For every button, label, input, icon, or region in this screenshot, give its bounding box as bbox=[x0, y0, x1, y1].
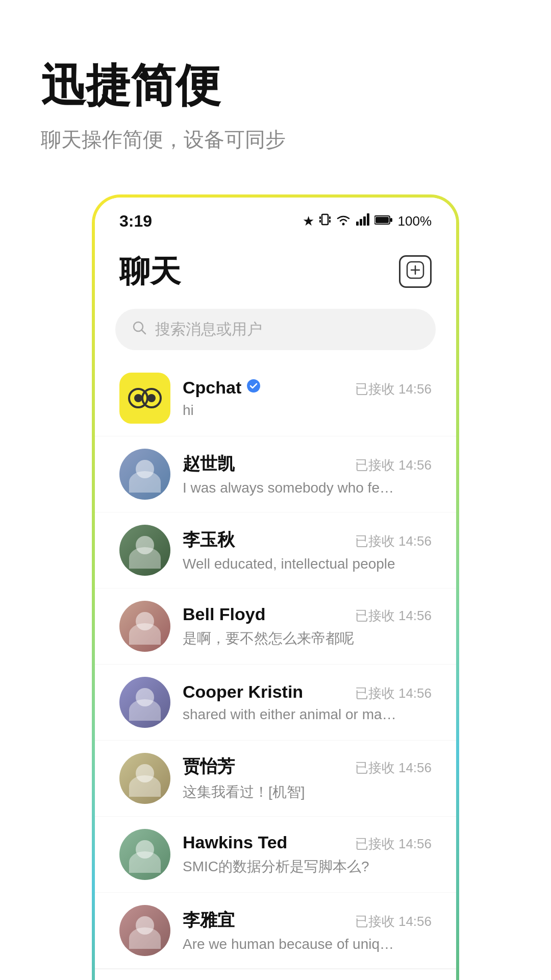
chat-preview: 是啊，要不然怎么来帝都呢 bbox=[183, 629, 397, 648]
bottom-nav: 聊天 朋友 圈子 bbox=[95, 969, 456, 980]
user-avatar bbox=[119, 829, 170, 880]
user-avatar bbox=[119, 449, 170, 500]
battery-icon bbox=[374, 213, 393, 229]
chat-item[interactable]: 李玉秋 已接收 14:56 Well educated, intellectua… bbox=[95, 512, 456, 589]
svg-rect-3 bbox=[319, 220, 321, 223]
chat-item[interactable]: Cooper Kristin 已接收 14:56 shared with eit… bbox=[95, 665, 456, 741]
chat-time: 已接收 14:56 bbox=[355, 607, 432, 625]
chat-name: Bell Floyd bbox=[183, 604, 265, 624]
svg-point-21 bbox=[147, 394, 156, 402]
chat-name: 赵世凯 bbox=[183, 452, 235, 476]
status-time: 3:19 bbox=[119, 212, 152, 231]
wifi-icon bbox=[336, 213, 351, 229]
cpchat-avatar bbox=[119, 373, 170, 424]
chat-item[interactable]: Hawkins Ted 已接收 14:56 SMIC的数据分析是写脚本么? bbox=[95, 817, 456, 893]
phone-frame: 3:19 ★ 100% 聊天 bbox=[92, 194, 459, 980]
chat-content: 李雅宜 已接收 14:56 Are we human because of un… bbox=[183, 909, 432, 952]
chat-time: 已接收 14:56 bbox=[355, 532, 432, 550]
svg-rect-7 bbox=[360, 219, 362, 226]
verified-badge bbox=[246, 379, 261, 397]
chat-name: 贾怡芳 bbox=[183, 755, 235, 778]
user-avatar bbox=[119, 525, 170, 576]
chat-content: Hawkins Ted 已接收 14:56 SMIC的数据分析是写脚本么? bbox=[183, 832, 432, 876]
chat-content: 李玉秋 已接收 14:56 Well educated, intellectua… bbox=[183, 528, 432, 572]
user-avatar bbox=[119, 753, 170, 804]
svg-rect-4 bbox=[329, 220, 331, 223]
chat-content: Bell Floyd 已接收 14:56 是啊，要不然怎么来帝都呢 bbox=[183, 604, 432, 648]
svg-point-22 bbox=[247, 379, 260, 393]
chat-time: 已接收 14:56 bbox=[355, 913, 432, 930]
chat-time: 已接收 14:56 bbox=[355, 456, 432, 474]
search-bar[interactable]: 搜索消息或用户 bbox=[115, 309, 436, 350]
chat-name: Hawkins Ted bbox=[183, 832, 287, 852]
page-subtitle: 聊天操作简便，设备可同步 bbox=[41, 125, 510, 154]
status-bar: 3:19 ★ 100% bbox=[95, 198, 456, 239]
chat-content: 贾怡芳 已接收 14:56 这集我看过！[机智] bbox=[183, 755, 432, 802]
user-avatar bbox=[119, 905, 170, 956]
chat-item[interactable]: 贾怡芳 已接收 14:56 这集我看过！[机智] bbox=[95, 741, 456, 817]
battery-percent: 100% bbox=[398, 213, 432, 229]
app-header: 聊天 bbox=[95, 239, 456, 305]
svg-rect-9 bbox=[367, 213, 369, 226]
chat-preview: hi bbox=[183, 402, 397, 419]
chat-preview: SMIC的数据分析是写脚本么? bbox=[183, 857, 397, 876]
chat-preview: 这集我看过！[机智] bbox=[183, 782, 397, 802]
svg-rect-8 bbox=[363, 216, 366, 226]
chat-content: Cpchat 已接收 14:56 hi bbox=[183, 378, 432, 419]
chat-name: Cooper Kristin bbox=[183, 682, 303, 702]
chat-content: 赵世凯 已接收 14:56 I was always somebody who … bbox=[183, 452, 432, 496]
svg-rect-0 bbox=[322, 214, 328, 225]
bluetooth-icon: ★ bbox=[303, 213, 314, 229]
svg-rect-12 bbox=[390, 218, 392, 222]
app-title: 聊天 bbox=[119, 251, 181, 292]
chat-item[interactable]: Cpchat 已接收 14:56 hi bbox=[95, 360, 456, 436]
chat-time: 已接收 14:56 bbox=[355, 380, 432, 398]
chat-name: 李雅宜 bbox=[183, 909, 235, 932]
vibrate-icon bbox=[319, 212, 331, 230]
chat-time: 已接收 14:56 bbox=[355, 684, 432, 702]
svg-point-20 bbox=[134, 394, 142, 402]
add-button[interactable] bbox=[399, 255, 432, 288]
chat-preview: I was always somebody who felt quite ... bbox=[183, 480, 397, 496]
chat-content: Cooper Kristin 已接收 14:56 shared with eit… bbox=[183, 682, 432, 723]
chat-time: 已接收 14:56 bbox=[355, 759, 432, 777]
svg-point-5 bbox=[342, 223, 344, 225]
chat-item[interactable]: Bell Floyd 已接收 14:56 是啊，要不然怎么来帝都呢 bbox=[95, 589, 456, 665]
chat-preview: shared with either animal or machine? bbox=[183, 706, 397, 723]
chat-name: 李玉秋 bbox=[183, 528, 235, 552]
chat-time: 已接收 14:56 bbox=[355, 835, 432, 853]
status-icons: ★ 100% bbox=[303, 212, 432, 230]
user-avatar bbox=[119, 677, 170, 728]
chat-item[interactable]: 赵世凯 已接收 14:56 I was always somebody who … bbox=[95, 436, 456, 512]
svg-rect-2 bbox=[329, 216, 331, 219]
svg-line-17 bbox=[142, 330, 145, 334]
svg-rect-11 bbox=[375, 217, 389, 223]
chat-name: Cpchat bbox=[183, 378, 261, 398]
user-avatar bbox=[119, 601, 170, 652]
chat-preview: Are we human because of unique traits an… bbox=[183, 936, 397, 952]
signal-icon bbox=[356, 213, 369, 229]
search-icon bbox=[132, 320, 147, 339]
chat-item[interactable]: 李雅宜 已接收 14:56 Are we human because of un… bbox=[95, 893, 456, 969]
page-title: 迅捷简便 bbox=[41, 61, 510, 111]
svg-rect-1 bbox=[319, 216, 321, 219]
chat-preview: Well educated, intellectual people bbox=[183, 556, 397, 572]
add-icon bbox=[406, 261, 424, 282]
svg-rect-6 bbox=[356, 222, 359, 226]
search-placeholder: 搜索消息或用户 bbox=[155, 319, 262, 340]
chat-list: Cpchat 已接收 14:56 hi 赵世凯 已接收 14:56 bbox=[95, 360, 456, 969]
